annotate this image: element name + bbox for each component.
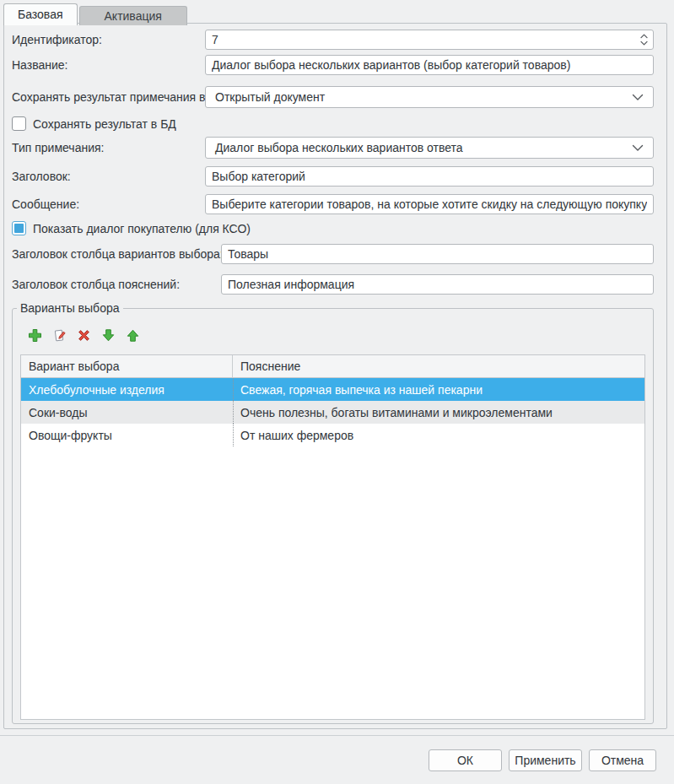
spin-up-icon[interactable] <box>640 34 648 39</box>
explanation-cell[interactable]: Очень полезны, богаты витаминами и микро… <box>233 401 644 424</box>
options-table-body: Хлебобулочные изделия Свежая, горячая вы… <box>21 378 644 446</box>
options-column-label: Заголовок столбца вариантов выбора: <box>12 247 221 261</box>
move-down-icon <box>101 328 116 343</box>
options-table: Вариант выбора Пояснение Хлебобулочные и… <box>20 354 645 720</box>
save-result-to-label: Сохранять результат примечания в: <box>12 90 205 104</box>
spin-down-icon[interactable] <box>640 41 648 46</box>
tab-basic[interactable]: Базовая <box>3 3 78 25</box>
column-header-option[interactable]: Вариант выбора <box>21 355 233 377</box>
table-row[interactable]: Хлебобулочные изделия Свежая, горячая вы… <box>21 378 644 401</box>
message-label: Сообщение: <box>12 197 205 211</box>
message-input[interactable] <box>205 194 654 214</box>
identifier-label: Идентификатор: <box>12 33 205 46</box>
option-cell[interactable]: Хлебобулочные изделия <box>21 378 233 401</box>
move-up-button[interactable] <box>125 327 140 343</box>
save-result-to-combobox[interactable]: Открытый документ <box>205 86 654 108</box>
save-to-db-label[interactable]: Сохранять результат в БД <box>33 117 176 131</box>
options-groupbox-title: Варианты выбора <box>17 301 123 315</box>
options-groupbox: Варианты выбора <box>12 308 654 724</box>
apply-button[interactable]: Применить <box>509 749 582 771</box>
delete-button[interactable] <box>76 327 91 343</box>
chevron-down-icon <box>632 94 644 101</box>
spin-arrows[interactable] <box>640 30 648 49</box>
options-table-header: Вариант выбора Пояснение <box>21 355 644 378</box>
note-type-combobox[interactable]: Диалог выбора нескольких вариантов ответ… <box>205 137 654 159</box>
move-up-icon <box>126 328 140 343</box>
chevron-down-icon <box>632 144 644 152</box>
note-type-label: Тип примечания: <box>12 141 205 154</box>
table-row[interactable]: Овощи-фрукты От наших фермеров <box>21 424 644 446</box>
show-to-customer-checkbox[interactable] <box>12 221 26 235</box>
cancel-button[interactable]: Отмена <box>589 749 656 771</box>
name-input[interactable] <box>205 55 654 75</box>
dialog-title-input[interactable] <box>205 166 654 187</box>
edit-icon <box>52 328 67 343</box>
move-down-button[interactable] <box>100 327 116 343</box>
options-column-input[interactable] <box>221 244 654 264</box>
add-button[interactable] <box>27 327 42 343</box>
save-result-to-value: Открытый документ <box>215 90 325 104</box>
dialog-title-label: Заголовок: <box>12 170 205 183</box>
ok-button[interactable]: ОК <box>429 749 502 771</box>
name-label: Название: <box>12 58 205 72</box>
add-icon <box>28 328 42 343</box>
option-cell[interactable]: Овощи-фрукты <box>21 424 233 446</box>
explanation-cell[interactable]: Свежая, горячая выпечка из нашей пекарни <box>233 378 644 401</box>
explanation-column-label: Заголовок столбца пояснений: <box>12 278 221 291</box>
footer-separator <box>0 735 674 736</box>
identifier-spinbox[interactable] <box>205 30 654 50</box>
note-type-value: Диалог выбора нескольких вариантов ответ… <box>215 141 463 154</box>
option-cell[interactable]: Соки-воды <box>21 401 233 424</box>
delete-icon <box>77 328 91 343</box>
edit-button[interactable] <box>51 327 67 343</box>
explanation-cell[interactable]: От наших фермеров <box>233 424 644 446</box>
dialog-button-box: ОК Применить Отмена <box>0 749 674 771</box>
show-to-customer-label[interactable]: Показать диалог покупателю (для КСО) <box>33 222 251 235</box>
table-row[interactable]: Соки-воды Очень полезны, богаты витамина… <box>21 401 644 424</box>
tab-panel-basic: Идентификатор: Название: Сохранять резул… <box>3 23 667 729</box>
options-toolbar <box>27 327 653 343</box>
tab-activation[interactable]: Активация <box>79 6 187 25</box>
identifier-input[interactable] <box>205 30 654 50</box>
save-to-db-checkbox[interactable] <box>12 116 26 131</box>
tab-bar: Базовая Активация <box>3 3 189 25</box>
column-header-explanation[interactable]: Пояснение <box>233 355 644 377</box>
explanation-column-input[interactable] <box>221 274 654 295</box>
